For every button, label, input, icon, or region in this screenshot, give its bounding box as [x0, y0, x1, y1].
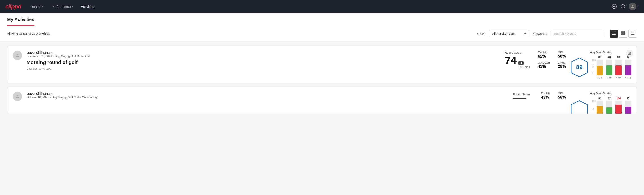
viewing-total: 29	[32, 32, 36, 36]
hexagon-val-1: 89	[576, 64, 582, 71]
bar-ott-val-2: 94	[598, 97, 602, 100]
add-button[interactable]	[612, 4, 617, 9]
bar-app-fill-1	[606, 65, 612, 75]
svg-marker-20	[571, 100, 587, 114]
keywords-label: Keywords:	[533, 32, 547, 36]
bar-app-fill-2	[606, 107, 612, 114]
view-list-full-button[interactable]	[628, 30, 637, 38]
svg-rect-7	[622, 32, 623, 33]
score-dash-2	[513, 98, 526, 98]
user-avatar-1	[13, 51, 22, 60]
holes-label-1: 18 Holes	[518, 65, 530, 69]
svg-rect-15	[631, 34, 632, 35]
activity-title-1: Morning round of golf	[26, 60, 500, 65]
shot-quality-section-2: Avg Shot Quality 100 50	[570, 92, 631, 114]
activity-type-select[interactable]: All Activity Types	[489, 30, 529, 38]
gir-putt-pair-1: GIR 50% 1 Putt 28%	[558, 51, 566, 69]
nav-item-teams[interactable]: Teams ▾	[28, 3, 47, 10]
svg-rect-10	[624, 34, 625, 35]
score-value-1: 74	[505, 55, 516, 66]
viewing-count: 12	[19, 32, 22, 36]
activity-user-2: Dave Billingham	[26, 92, 508, 96]
y-50-1: 50	[592, 65, 596, 68]
bar-arg-val-2: 106	[616, 97, 621, 100]
avatar-chevron-icon: ▾	[637, 5, 639, 8]
user-avatar-button[interactable]: ▾	[629, 3, 639, 10]
bar-putt-label-1: PUTT	[625, 76, 631, 79]
svg-rect-9	[622, 34, 623, 35]
svg-rect-11	[631, 32, 632, 32]
bar-arg-1: 89 ARG	[616, 56, 622, 79]
fw-hit-item-1: FW Hit 62%	[538, 51, 550, 59]
nav-performance-label: Performance	[52, 5, 71, 8]
view-list-compact-button[interactable]	[610, 30, 618, 38]
activity-date-1: December 05, 2021 - Gog Magog Golf Club …	[26, 54, 500, 58]
fw-hit-item-2: FW Hit 43%	[541, 92, 550, 100]
activity-card-2: Dave Billingham October 16, 2021 - Gog M…	[7, 87, 637, 114]
y-50-2: 50	[592, 108, 596, 110]
bar-ott-label-1: OTT	[597, 76, 602, 79]
nav-activities-label: Activities	[81, 5, 94, 8]
gir-label-1: GIR	[558, 51, 566, 54]
svg-rect-16	[632, 34, 634, 35]
svg-rect-14	[632, 33, 634, 34]
teams-chevron-icon: ▾	[42, 5, 44, 8]
gir-val-1: 50%	[558, 54, 566, 59]
bar-ott-fill-2	[597, 106, 603, 114]
fw-hit-label-1: FW Hit	[538, 51, 550, 54]
activity-info-2: Dave Billingham October 16, 2021 - Gog M…	[26, 92, 508, 100]
bar-arg-label-1: ARG	[616, 76, 621, 79]
round-score-block-2: Round Score	[513, 93, 533, 98]
page-title: My Activities	[7, 17, 34, 26]
round-score-block-1: Round Score 74 +4 18 Holes	[505, 51, 530, 69]
gir-pair-2: GIR 56%	[558, 92, 566, 100]
putt1-val-1: 28%	[558, 64, 566, 69]
activity-source-1: Data Source: Arccos	[26, 67, 500, 70]
bar-app-label-1: APP	[607, 76, 612, 79]
activity-user-1: Dave Billingham	[26, 51, 500, 54]
nav-item-activities[interactable]: Activities	[78, 3, 97, 10]
activities-list: Dave Billingham December 05, 2021 - Gog …	[0, 42, 644, 118]
nav-icons: ▾	[612, 3, 639, 10]
refresh-button[interactable]	[620, 4, 625, 9]
view-toggle	[610, 30, 637, 38]
bar-arg-fill-1	[616, 65, 622, 75]
view-grid-button[interactable]	[619, 30, 628, 38]
logo[interactable]: clippd	[5, 3, 21, 10]
show-label: Show:	[477, 32, 485, 36]
gir-label-2: GIR	[558, 92, 566, 95]
avg-shot-quality-label-1: Avg Shot Quality	[590, 51, 612, 54]
score-main-1: 74 +4 18 Holes	[505, 55, 530, 69]
fw-gir-pair-2: FW Hit 43%	[541, 92, 550, 100]
user-avatar-2	[13, 92, 22, 101]
svg-point-19	[16, 94, 18, 96]
bar-app-1: 90 APP	[606, 56, 612, 79]
bar-chart-2: 100 50 94 OTT	[592, 97, 631, 114]
hexagon-1: 89	[570, 58, 588, 77]
bar-putt-1: 89 PUTT	[625, 56, 631, 79]
edit-button-1[interactable]	[626, 50, 633, 57]
shot-quality-section-1: Avg Shot Quality 89 100 50 0	[570, 51, 631, 79]
nav-item-performance[interactable]: Performance ▾	[48, 3, 76, 10]
bar-ott-1: 85 OTT	[597, 56, 603, 79]
score-badge-1: +4	[518, 61, 524, 65]
svg-rect-13	[631, 33, 632, 34]
search-input[interactable]	[551, 30, 604, 38]
svg-rect-5	[612, 33, 616, 34]
svg-rect-12	[632, 32, 634, 32]
fw-hit-val-1: 62%	[538, 54, 550, 59]
putt1-item-1: 1 Putt 28%	[558, 61, 566, 69]
activity-card-1: Dave Billingham December 05, 2021 - Gog …	[7, 46, 637, 84]
svg-rect-6	[612, 34, 616, 35]
svg-point-17	[16, 54, 18, 55]
viewing-suffix: Activities	[36, 32, 50, 36]
hex-wrap-1: Avg Shot Quality 89 100 50 0	[570, 51, 631, 79]
y-100-1: 100	[592, 59, 596, 61]
y-100-2: 100	[592, 100, 596, 102]
round-score-label-2: Round Score	[513, 93, 533, 96]
updown-item-1: Up/Down 43%	[538, 61, 550, 69]
bar-ott-val-1: 85	[598, 56, 602, 59]
nav-teams-label: Teams	[32, 5, 41, 8]
updown-label-1: Up/Down	[538, 61, 550, 64]
bar-putt-2: 87 PUTT	[625, 97, 631, 114]
